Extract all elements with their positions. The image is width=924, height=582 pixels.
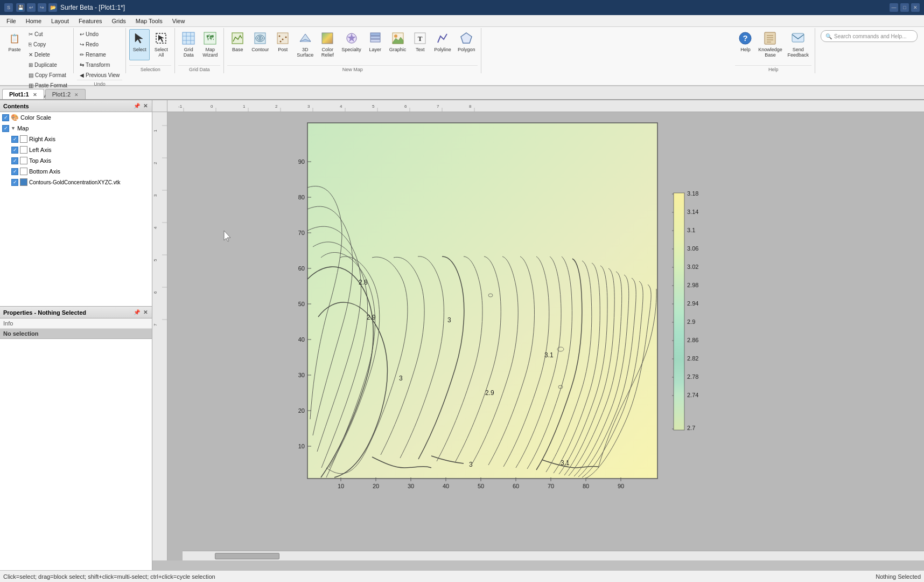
color-relief-icon [320,31,335,46]
open-icon[interactable]: 📂 [48,3,57,12]
transform-button[interactable]: ⇆ Transform [77,60,122,70]
horizontal-scrollbar[interactable] [183,551,924,560]
close-button[interactable]: ✕ [911,3,920,12]
contour-map-svg: 2.8 2.9 2.9 3 3 3 3.1 3.1 10 20 30 [167,112,924,560]
menu-view[interactable]: View [168,17,190,25]
graphic-button[interactable]: Graphic [387,29,409,60]
close-tab-plot1-1[interactable]: ✕ [33,92,37,98]
rename-button[interactable]: ✏ Rename [77,50,122,59]
minimize-button[interactable]: — [890,3,898,12]
tab-plot1-1[interactable]: Plot1:1 ✕ [2,89,44,99]
specialty-icon [344,31,359,46]
top-axis-color [20,157,27,164]
menu-file[interactable]: File [2,17,20,25]
scrollbar-thumb[interactable] [215,553,279,559]
select-button[interactable]: Select [129,29,150,60]
specialty-button[interactable]: Specialty [339,29,364,60]
previous-view-button[interactable]: ◀ Previous View [77,70,122,80]
left-axis-color [20,146,27,154]
svg-text:1: 1 [153,129,158,132]
title-bar: S 💾 ↩ ↪ 📂 Surfer Beta - [Plot1:1*] — □ ✕ [0,0,924,15]
tree-item-bottom-axis[interactable]: ✓ Bottom Axis [0,166,152,177]
paste-button[interactable]: 📋 Paste [4,29,25,63]
tree-item-left-axis[interactable]: ✓ Left Axis [0,144,152,155]
bottom-axis-label: Bottom Axis [29,168,60,175]
tree-item-top-axis[interactable]: ✓ Top Axis [0,155,152,166]
save-icon[interactable]: 💾 [16,3,25,12]
maximize-button[interactable]: □ [900,3,909,12]
y-axis-40: 40 [298,336,305,343]
tree-check-map[interactable]: ✓ [2,125,9,132]
menu-grids[interactable]: Grids [108,17,130,25]
duplicate-button[interactable]: ⊞ Duplicate [26,60,70,70]
contours-color [20,178,27,186]
redo-icon[interactable]: ↪ [38,3,46,12]
text-button[interactable]: T Text [410,29,430,60]
close-tab-plot1-2[interactable]: ✕ [74,92,79,98]
select-all-button[interactable]: SelectAll [151,29,171,60]
x-axis-10: 10 [338,483,344,489]
ribbon: 📋 Paste ✂ Cut ⎘ Copy ✕ Delete [0,27,924,86]
map-wizard-button[interactable]: 🗺 MapWizard [200,29,220,60]
polyline-button[interactable]: Polyline [431,29,454,60]
menu-home[interactable]: Home [22,17,46,25]
grid-data-button[interactable]: GridData [178,29,199,60]
tree-check-left-axis[interactable]: ✓ [11,147,18,154]
knowledge-base-button[interactable]: KnowledgeBase [757,29,783,60]
layer-button[interactable]: Layer [365,29,386,60]
tree-check-right-axis[interactable]: ✓ [11,136,18,143]
tree-check-top-axis[interactable]: ✓ [11,157,18,164]
svg-rect-20 [370,39,380,42]
contour-label-3-mid: 3 [399,375,403,382]
tree-check-contours[interactable]: ✓ [11,179,18,186]
svg-rect-9 [255,33,265,44]
color-relief-button[interactable]: ColorRelief [317,29,338,60]
delete-button[interactable]: ✕ Delete [26,50,70,59]
base-button[interactable]: Base [227,29,248,60]
window-controls[interactable]: — □ ✕ [890,3,920,12]
knowledge-base-icon [762,31,778,46]
svg-text:6: 6 [153,291,158,294]
left-panel: Contents 📌 ✕ ✓ 🎨 Color Scale ✓ ▼ Map [0,100,152,570]
polygon-button[interactable]: Polygon [455,29,478,60]
map-expand-icon[interactable]: ▼ [11,126,16,131]
svg-rect-36 [167,100,924,112]
undo-button[interactable]: ↩ Undo [77,29,122,39]
tree-item-map[interactable]: ✓ ▼ Map [0,123,152,134]
cut-button[interactable]: ✂ Cut [26,29,70,39]
horizontal-ruler: -1 0 1 2 3 4 5 6 7 [167,100,924,112]
menu-map-tools[interactable]: Map Tools [131,17,167,25]
close-properties-icon[interactable]: ✕ [142,309,149,315]
3d-surface-button[interactable]: 3DSurface [294,29,316,60]
contour-label-3-upper: 3 [447,316,451,324]
svg-point-15 [282,39,284,40]
svg-text:3.06: 3.06 [687,245,698,252]
redo-button[interactable]: ↪ Redo [77,39,122,49]
menu-features[interactable]: Features [74,17,106,25]
tree-item-color-scale[interactable]: ✓ 🎨 Color Scale [0,112,152,123]
contour-button[interactable]: Contour [249,29,271,60]
undo-col: ↩ Undo ↪ Redo ✏ Rename ⇆ Transform [77,29,122,80]
copy-button[interactable]: ⎘ Copy [26,39,70,49]
post-button[interactable]: Post [272,29,293,60]
ribbon-search[interactable]: 🔍 Search commands and Help... [821,30,918,42]
close-contents-icon[interactable]: ✕ [142,103,149,109]
svg-text:3.1: 3.1 [687,227,695,233]
help-button[interactable]: ? Help [735,29,755,60]
map-area[interactable]: -1 0 1 2 3 4 5 6 7 [152,100,924,570]
undo-icon[interactable]: ↩ [27,3,36,12]
pin-icon[interactable]: 📌 [132,103,141,109]
tree-check-color-scale[interactable]: ✓ [2,114,9,121]
pin-properties-icon[interactable]: 📌 [132,309,141,315]
tree-check-bottom-axis[interactable]: ✓ [11,168,18,175]
x-axis-90: 90 [618,483,624,489]
tree-item-contours[interactable]: ✓ Contours-GoldConcentrationXYZC.vtk [0,177,152,188]
map-content[interactable]: 2.8 2.9 2.9 3 3 3 3.1 3.1 10 20 30 [167,112,924,560]
color-scale-icon: 🎨 [11,114,19,121]
top-axis-label: Top Axis [29,157,51,164]
menu-layout[interactable]: Layout [47,17,73,25]
copy-format-button[interactable]: ▤ Copy Format [26,70,70,80]
tab-plot1-2[interactable]: Plot1:2 ✕ [45,89,86,99]
tree-item-right-axis[interactable]: ✓ Right Axis [0,134,152,144]
send-feedback-button[interactable]: SendFeedback [785,29,811,60]
